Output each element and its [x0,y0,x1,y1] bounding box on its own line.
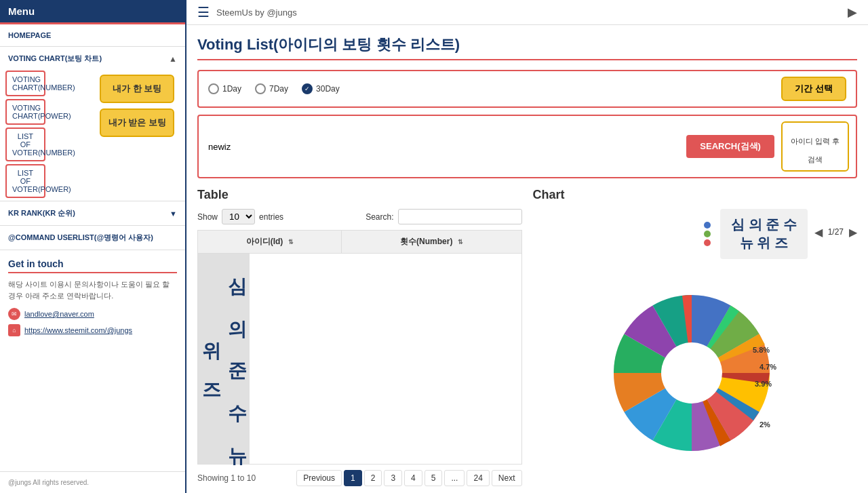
next-button[interactable]: Next [492,470,522,486]
filter-1day[interactable]: 1Day [208,83,241,94]
contact-email[interactable]: landlove@naver.com [24,310,94,318]
sidebar-kr-rank[interactable]: KR RANK(KR 순위) ▼ [0,201,185,226]
topbar: ☰ SteemUs by @jungs ▶ [186,0,868,25]
pie-svg: 5.8% 4.7% 3.9% 2% [587,264,804,475]
legend-item-blue [704,222,713,229]
brand-label: SteemUs by @jungs [216,7,848,18]
filter-row: 1Day 7Day 30Day 기간 선택 [197,70,857,108]
sidebar-homepage-section: HOMEPAGE [0,24,185,47]
table-column: Table Show 10 25 50 entries Search: [197,188,522,486]
page-4-button[interactable]: 4 [404,470,422,486]
sidebar-footer: @jungs All rights reserved. [0,471,185,493]
video-icon[interactable]: ▶ [848,5,857,20]
pct-label-2: 2% [760,420,770,429]
table-controls: Show 10 25 50 entries Search: [197,209,522,224]
sidebar: Menu HOMEPAGE VOTING CHART(보팅 차트) ▲ VOTI… [0,0,186,493]
sidebar-kr-rank-label: KR RANK(KR 순위) [8,208,75,218]
sidebar-homepage-label: HOMEPAGE [8,31,51,39]
sidebar-voter-number[interactable]: LIST OF VOTER(NUMBER) [5,127,45,161]
page-ellipsis[interactable]: ... [444,470,465,486]
sidebar-get-in-touch: Get in touch 해당 사이트 이용시 문의사항이나 도움이 필요 할경… [0,250,185,349]
chart-column: Chart 심 의 준 수 [533,188,858,486]
sidebar-voting-chart-toggle[interactable]: VOTING CHART(보팅 차트) ▲ [0,47,185,71]
big-korean-text: 심 의 준 수 뉴 위 즈 [198,254,250,464]
page-5-button[interactable]: 5 [425,470,443,486]
page-1-button[interactable]: 1 [344,470,362,486]
search-button[interactable]: SEARCH(검색) [686,135,774,158]
sidebar-voter-power[interactable]: LIST OF VOTER(POWER) [5,164,45,198]
radio-1day-circle [208,83,219,94]
my-voting-button[interactable]: 내가 한 보팅 [100,75,174,103]
chart-label-box: 심 의 준 수 뉴 위 즈 [720,209,808,259]
search-row: SEARCH(검색) 아이디 입력 후 검색 [197,115,857,178]
email-icon: ✉ [8,308,20,320]
main-content: Voting List(아이디의 보팅 횟수 리스트) 1Day 7Day 30… [186,25,868,493]
sidebar-voting-chart-title: VOTING CHART(보팅 차트) [8,54,102,64]
table-search-input[interactable] [398,209,522,224]
sort-id-icon: ⇅ [288,239,294,245]
table-search: Search: [366,209,521,224]
pie-chart: 5.8% 4.7% 3.9% 2% [587,264,804,475]
col-number-header[interactable]: 횟수(Number) ⇅ [342,231,521,254]
search-hint: 아이디 입력 후 검색 [781,121,849,172]
received-voting-button[interactable]: 내가 받은 보팅 [100,109,174,137]
sidebar-command-user-label: @COMMAND USERLIST(@명령어 사용자) [8,233,153,243]
table-section-title: Table [197,188,522,202]
get-in-touch-description: 해당 사이트 이용시 문의사항이나 도움이 필요 할경우 아래 주소로 연락바랍… [8,279,177,301]
chart-nav: ◀ 1/27 ▶ [814,226,857,239]
sidebar-header: Menu [0,0,185,24]
sidebar-voting-chart-number[interactable]: VOTING CHART(NUMBER) [5,71,45,96]
chart-top-row: 심 의 준 수 뉴 위 즈 ◀ 1/27 ▶ [533,209,858,259]
hamburger-icon[interactable]: ☰ [197,4,210,20]
legend-dot-green [704,231,711,237]
pie-center [661,342,722,403]
search-input[interactable] [205,139,679,155]
table-row: 심 의 준 수 뉴 위 즈 [198,254,522,465]
page-2-button[interactable]: 2 [364,470,382,486]
page-24-button[interactable]: 24 [467,470,489,486]
contact-email-row: ✉ landlove@naver.com [8,308,177,320]
data-table: 아이디(Id) ⇅ 횟수(Number) ⇅ 심 의 준 [197,230,522,465]
legend-dots [704,222,713,246]
filter-7day[interactable]: 7Day [255,83,288,94]
pct-label-58: 5.8% [753,346,770,354]
period-select-button[interactable]: 기간 선택 [781,77,846,101]
show-entries-select[interactable]: 10 25 50 [222,209,255,224]
sort-number-icon: ⇅ [458,239,463,245]
prev-button[interactable]: Previous [296,470,342,486]
sidebar-header-label: Menu [8,5,35,17]
chart-next-button[interactable]: ▶ [849,226,857,239]
legend-item-green [704,231,713,237]
contact-website-row: ⌂ https://www.steemit.com/@jungs [8,324,177,336]
pagination-row: Showing 1 to 10 Previous 1 2 3 4 5 ... 2… [197,470,522,486]
chevron-down-icon: ▼ [170,210,177,218]
chart-nav-text: 1/27 [828,227,844,237]
two-col-layout: Table Show 10 25 50 entries Search: [197,188,857,486]
page-3-button[interactable]: 3 [384,470,402,486]
sidebar-voting-chart-power[interactable]: VOTING CHART(POWER) [5,99,45,125]
pct-label-39: 3.9% [755,380,772,388]
filter-30day[interactable]: 30Day [302,83,340,94]
big-korean-cell: 심 의 준 수 뉴 위 즈 [198,254,522,465]
pct-label-47: 4.7% [760,363,776,371]
col-id-header[interactable]: 아이디(Id) ⇅ [198,231,342,254]
radio-7day-circle [255,83,266,94]
sidebar-command-user[interactable]: @COMMAND USERLIST(@명령어 사용자) [0,226,185,250]
get-in-touch-title: Get in touch [8,258,177,273]
sidebar-homepage-link[interactable]: HOMEPAGE [0,24,185,46]
chevron-up-icon: ▲ [169,54,177,64]
pagination: Previous 1 2 3 4 5 ... 24 Next [296,470,521,486]
contact-website[interactable]: https://www.steemit.com/@jungs [24,326,132,334]
pie-group [614,295,770,451]
show-entries: Show 10 25 50 entries [197,209,283,224]
chart-prev-button[interactable]: ◀ [814,226,823,239]
radio-30day-circle [302,83,313,94]
chart-section-title: Chart [533,188,858,202]
legend-dot-blue [704,222,711,229]
showing-text: Showing 1 to 10 [197,473,256,483]
legend-item-red [704,239,713,246]
home-icon: ⌂ [8,324,20,336]
legend-dot-red [704,239,711,246]
sidebar-voting-chart-section: VOTING CHART(보팅 차트) ▲ VOTING CHART(NUMBE… [0,47,185,201]
main-panel: ☰ SteemUs by @jungs ▶ Voting List(아이디의 보… [186,0,868,493]
